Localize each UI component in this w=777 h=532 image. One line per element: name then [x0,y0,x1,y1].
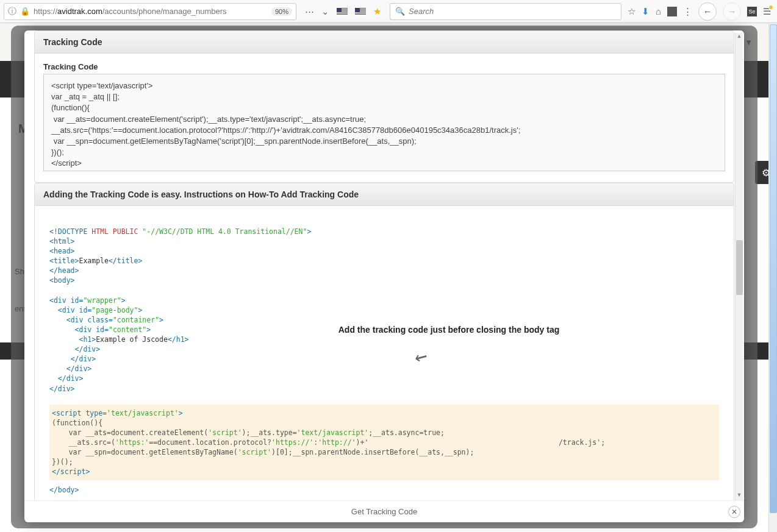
scroll-down-icon[interactable]: ▼ [736,492,743,500]
flag-icon-2[interactable] [355,8,366,15]
modal-scrollbar[interactable]: ▲ ▼ [735,33,743,500]
toolbar-icons-right: ☆ ⬇ ⌂ ⋮ ← → Se ☰ [625,2,773,21]
tracking-code-textarea[interactable]: <script type='text/javascript'> var _atq… [43,74,725,171]
app-icon[interactable] [667,7,677,16]
instructions-title: Adding the Tracking Code is easy. Instru… [35,183,734,206]
get-tracking-code-link[interactable]: Get Tracking Code [351,507,417,516]
modal-title: Tracking Code [35,31,734,54]
back-button[interactable]: ← [698,2,717,21]
more-vert-icon[interactable]: ⋮ [683,6,692,17]
browser-toolbar: ⓘ 🔒 https://avidtrak.com/accounts/phone/… [0,0,777,23]
search-icon: 🔍 [395,7,405,16]
search-bar[interactable]: 🔍 [390,3,621,20]
flag-icon-1[interactable] [337,8,348,15]
modal-close-button[interactable]: ✕ [728,506,740,518]
url-text: https://avidtrak.com/accounts/phone/mana… [34,7,268,16]
modal-body: Tracking Code Tracking Code <script type… [24,30,744,500]
lock-icon: 🔒 [20,7,30,16]
scroll-up-icon[interactable]: ▲ [736,33,743,41]
hamburger-menu-icon[interactable]: ☰ [763,6,771,17]
pocket-icon[interactable]: ⌄ [321,6,329,17]
modal-overlay: Tracking Code Tracking Code <script type… [11,26,757,528]
code-example: <!DOCTYPE HTML PUBLIC "-//W3C//DTD HTML … [43,215,725,500]
bookmark-star-icon[interactable]: ★ [373,6,381,17]
instruction-callout: Add the tracking code just before closin… [312,324,586,336]
toolbar-icons-left: ⋯ ⌄ ★ [300,6,386,17]
search-input[interactable] [409,7,616,16]
code-section-label: Tracking Code [43,62,725,71]
home-icon[interactable]: ⌂ [656,6,661,16]
star-outline-icon[interactable]: ☆ [628,6,636,17]
forward-button: → [723,2,741,21]
selenium-icon[interactable]: Se [747,7,757,16]
zoom-badge[interactable]: 90% [271,7,292,16]
window-scrollbar[interactable] [768,23,777,532]
tracking-code-modal: Tracking Code Tracking Code <script type… [24,30,744,522]
more-icon[interactable]: ⋯ [305,6,314,17]
instructions-panel: Adding the Tracking Code is easy. Instru… [34,183,734,500]
url-bar[interactable]: ⓘ 🔒 https://avidtrak.com/accounts/phone/… [4,3,296,20]
tracking-code-panel: Tracking Code Tracking Code <script type… [34,30,734,183]
scrollbar-thumb[interactable] [736,240,743,295]
modal-footer: Get Tracking Code ✕ [24,500,744,522]
download-icon[interactable]: ⬇ [642,6,650,17]
info-icon[interactable]: ⓘ [8,6,16,17]
close-icon: ✕ [731,508,737,516]
